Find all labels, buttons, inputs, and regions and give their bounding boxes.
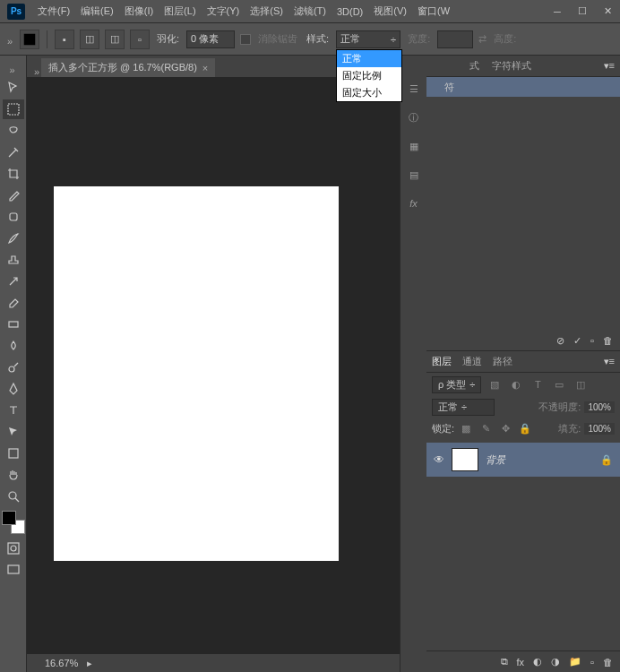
layer-row[interactable]: 👁 背景 🔒 xyxy=(426,443,620,477)
zoom-level[interactable]: 16.67% xyxy=(45,658,78,668)
canvas-area[interactable] xyxy=(27,77,400,654)
status-expand-icon[interactable]: ▸ xyxy=(87,658,92,669)
stamp-tool[interactable] xyxy=(3,250,24,270)
fx-icon[interactable]: fx xyxy=(517,657,525,668)
wand-tool[interactable] xyxy=(3,142,24,162)
trash-icon[interactable]: 🗑 xyxy=(603,335,613,346)
eraser-tool[interactable] xyxy=(3,293,24,313)
filter-text-icon[interactable]: T xyxy=(530,377,546,392)
text-tool[interactable] xyxy=(3,401,24,420)
menu-select[interactable]: 选择(S) xyxy=(245,0,288,23)
paragraph-style-row[interactable]: 符 xyxy=(426,77,620,97)
menu-layer[interactable]: 图层(L) xyxy=(159,0,201,23)
lock-all-icon[interactable]: 🔒 xyxy=(517,421,533,435)
menu-edit[interactable]: 编辑(E) xyxy=(75,0,119,23)
clear-icon[interactable]: ⊘ xyxy=(556,335,564,347)
heal-tool[interactable] xyxy=(3,207,24,227)
selection-new-icon[interactable]: ▪ xyxy=(55,30,74,49)
delete-layer-icon[interactable]: 🗑 xyxy=(603,657,613,668)
visibility-icon[interactable]: 👁 xyxy=(434,453,444,466)
menu-3d[interactable]: 3D(D) xyxy=(332,0,368,23)
fill-value[interactable]: 100% xyxy=(584,423,615,435)
tab-channels[interactable]: 通道 xyxy=(462,355,482,368)
dodge-tool[interactable] xyxy=(3,358,24,377)
link-icon[interactable]: ⧉ xyxy=(501,656,508,668)
lock-paint-icon[interactable]: ✎ xyxy=(478,421,494,435)
gradient-tool[interactable] xyxy=(3,314,24,334)
tab-expand-icon[interactable]: » xyxy=(34,63,41,77)
style-option-ratio[interactable]: 固定比例 xyxy=(337,67,401,84)
canvas[interactable] xyxy=(54,186,339,561)
selection-intersect-icon[interactable]: ▫ xyxy=(130,30,150,49)
mask-icon[interactable]: ◐ xyxy=(533,656,542,668)
adjustment-icon[interactable]: ◑ xyxy=(551,656,560,668)
group-icon[interactable]: 📁 xyxy=(569,656,581,668)
swatches-panel-icon[interactable]: ▤ xyxy=(403,165,425,185)
pen-tool[interactable] xyxy=(3,379,24,399)
move-tool[interactable] xyxy=(3,78,24,98)
check-icon[interactable]: ✓ xyxy=(573,335,581,347)
opacity-value[interactable]: 100% xyxy=(584,401,615,413)
menu-image[interactable]: 图像(I) xyxy=(119,0,159,23)
tab-close-icon[interactable]: × xyxy=(202,63,208,73)
style-option-normal[interactable]: 正常 xyxy=(337,50,401,67)
tab-layers[interactable]: 图层 xyxy=(432,355,452,368)
lock-position-icon[interactable]: ✥ xyxy=(497,421,513,435)
menu-type[interactable]: 文字(Y) xyxy=(202,0,245,23)
history-panel-icon[interactable]: ☰ xyxy=(403,79,425,99)
layer-thumbnail[interactable] xyxy=(452,448,478,471)
layer-name[interactable]: 背景 xyxy=(486,453,505,467)
styles-panel-icon[interactable]: fx xyxy=(403,194,425,213)
document-tab[interactable]: 插入多个正方形 @ 16.7%(RGB/8) × xyxy=(41,58,215,77)
color-panel-icon[interactable]: ▦ xyxy=(403,136,425,156)
char-tab-1[interactable]: 式 xyxy=(469,59,479,73)
panel-menu-icon[interactable]: ▾≡ xyxy=(604,60,615,72)
quickmask-tool[interactable] xyxy=(3,538,24,558)
lasso-tool[interactable] xyxy=(3,121,24,141)
filter-pixel-icon[interactable]: ▧ xyxy=(487,377,503,392)
crop-tool[interactable] xyxy=(3,164,24,184)
brush-tool[interactable] xyxy=(3,228,24,248)
marquee-tool[interactable] xyxy=(3,99,24,119)
close-button[interactable]: ✕ xyxy=(595,2,620,22)
antialias-checkbox[interactable] xyxy=(240,34,251,45)
filter-smart-icon[interactable]: ◫ xyxy=(573,377,589,392)
hand-tool[interactable] xyxy=(3,465,24,485)
style-select[interactable]: 正常÷ 正常 固定比例 固定大小 xyxy=(336,30,400,48)
history-brush-tool[interactable] xyxy=(3,271,24,291)
new-layer-icon[interactable]: ▫ xyxy=(590,657,594,668)
screenmode-tool[interactable] xyxy=(3,560,24,580)
filter-kind-select[interactable]: ρ 类型÷ xyxy=(432,376,481,393)
color-swatches[interactable] xyxy=(2,511,25,534)
menu-window[interactable]: 窗口(W xyxy=(412,0,455,23)
tab-paths[interactable]: 路径 xyxy=(493,355,512,368)
eyedropper-tool[interactable] xyxy=(3,185,24,205)
blend-mode-select[interactable]: 正常÷ xyxy=(432,399,495,416)
minimize-button[interactable]: ─ xyxy=(545,2,570,22)
toolbar-expand-icon[interactable]: » xyxy=(10,61,17,75)
maximize-button[interactable]: ☐ xyxy=(570,2,595,22)
layer-lock-icon[interactable]: 🔒 xyxy=(600,454,613,466)
shape-tool[interactable] xyxy=(3,444,24,463)
filter-adjust-icon[interactable]: ◐ xyxy=(508,377,524,392)
menu-filter[interactable]: 滤镜(T) xyxy=(288,0,332,23)
filter-shape-icon[interactable]: ▭ xyxy=(551,377,567,392)
tool-preset-icon[interactable] xyxy=(20,30,39,49)
expand-icon[interactable]: » xyxy=(7,32,14,47)
svg-rect-9 xyxy=(8,565,19,573)
menu-file[interactable]: 文件(F) xyxy=(32,0,75,23)
lock-transparent-icon[interactable]: ▩ xyxy=(458,421,474,435)
panel-icon-column: ☰ ⓘ ▦ ▤ fx xyxy=(400,56,426,672)
feather-input[interactable] xyxy=(186,30,235,48)
menu-view[interactable]: 视图(V) xyxy=(368,0,412,23)
new-icon[interactable]: ▫ xyxy=(590,335,594,346)
char-tab-2[interactable]: 字符样式 xyxy=(492,59,531,73)
layers-menu-icon[interactable]: ▾≡ xyxy=(604,356,615,367)
style-option-fixed[interactable]: 固定大小 xyxy=(337,84,401,101)
zoom-tool[interactable] xyxy=(3,487,24,506)
selection-add-icon[interactable]: ◫ xyxy=(80,30,99,49)
selection-sub-icon[interactable]: ◫ xyxy=(105,30,125,49)
path-tool[interactable] xyxy=(3,422,24,442)
blur-tool[interactable] xyxy=(3,336,24,356)
info-panel-icon[interactable]: ⓘ xyxy=(403,108,425,127)
